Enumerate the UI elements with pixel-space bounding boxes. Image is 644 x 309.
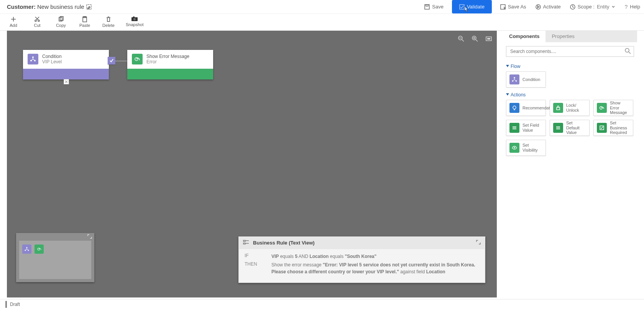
svg-line-20: [476, 40, 478, 41]
caret-icon: [506, 65, 509, 68]
activate-button[interactable]: Activate: [536, 4, 561, 10]
scissors-icon: [34, 16, 40, 22]
condition-false-port[interactable]: [64, 79, 69, 84]
copy-button[interactable]: Copy: [54, 16, 67, 28]
svg-point-40: [513, 106, 516, 109]
trash-icon: [105, 16, 112, 22]
error-node[interactable]: Show Error Message Error: [127, 50, 213, 79]
rule-icon: [243, 240, 249, 246]
delete-button[interactable]: Delete: [102, 16, 115, 28]
edit-title-icon[interactable]: [86, 4, 92, 10]
error-subtitle: Error: [146, 59, 189, 64]
svg-point-35: [625, 48, 629, 52]
validate-button[interactable]: Validate: [453, 1, 491, 13]
help-label: Help: [630, 4, 640, 10]
tile-condition[interactable]: Condition: [506, 71, 546, 88]
chevron-down-icon: [611, 5, 615, 9]
svg-rect-33: [243, 240, 245, 241]
add-button[interactable]: Add: [7, 16, 20, 28]
fit-screen-icon[interactable]: [485, 35, 492, 42]
svg-rect-1: [425, 5, 429, 9]
save-as-label: Save As: [508, 4, 526, 10]
tab-properties[interactable]: Properties: [545, 31, 580, 42]
text-view-panel: Business Rule (Text View) IF VIP equals …: [238, 236, 485, 283]
tile-set-visibility[interactable]: Set Visibility: [506, 140, 546, 156]
cut-button[interactable]: Cut: [31, 16, 44, 28]
tile-set-default-value[interactable]: Set Default Value: [550, 120, 590, 136]
tab-components[interactable]: Components: [503, 31, 545, 42]
zoom-out-icon[interactable]: [458, 35, 465, 42]
clipboard-icon: [82, 16, 88, 22]
error-icon: [597, 103, 607, 113]
then-expression: Show the error message "Error: VIP level…: [271, 261, 479, 275]
plus-icon: [10, 16, 16, 22]
header-bar: Customer: New business rule Save Validat…: [0, 0, 644, 14]
help-icon: ?: [624, 4, 628, 10]
svg-rect-15: [133, 17, 135, 18]
text-view-title: Business Rule (Text View): [253, 240, 315, 246]
condition-subtitle: VIP Level: [42, 59, 62, 64]
save-button[interactable]: Save: [424, 4, 444, 10]
status-bar: Draft: [0, 299, 644, 309]
page-title: Customer: New business rule: [7, 3, 92, 10]
search-input[interactable]: [506, 46, 634, 57]
snapshot-button[interactable]: Snapshot: [126, 16, 143, 27]
cursor-icon: [464, 6, 470, 13]
svg-rect-42: [557, 107, 560, 110]
paste-button[interactable]: Paste: [78, 16, 91, 28]
svg-line-36: [629, 52, 631, 54]
bulb-icon: [509, 103, 519, 113]
svg-point-51: [514, 147, 515, 149]
if-expression: VIP equals 5 AND Location equals "South …: [271, 253, 479, 260]
list-icon: [553, 123, 563, 133]
svg-rect-34: [243, 243, 245, 244]
minimap-error-icon: [34, 245, 44, 254]
group-actions-header[interactable]: Actions: [506, 92, 634, 97]
status-text: Draft: [10, 302, 20, 307]
list-icon: [509, 123, 519, 133]
tile-show-error[interactable]: Show Error Message: [593, 100, 633, 116]
condition-title: Condition: [42, 54, 62, 59]
group-flow-header[interactable]: Flow: [506, 64, 634, 69]
minimap[interactable]: [16, 233, 94, 282]
tile-set-business-required[interactable]: Set Business Required: [593, 120, 633, 136]
error-node-icon: [132, 54, 143, 64]
zoom-in-icon[interactable]: [472, 35, 478, 42]
scope-selector[interactable]: Scope : Entity: [570, 4, 616, 10]
save-label: Save: [432, 4, 444, 10]
svg-point-7: [35, 20, 36, 21]
svg-rect-2: [426, 5, 428, 6]
designer-canvas[interactable]: Condition VIP Level Show Error Message E…: [7, 31, 497, 297]
svg-point-37: [514, 77, 515, 79]
error-title: Show Error Message: [146, 54, 189, 59]
side-panel: Components Properties Flow Condition Act…: [503, 31, 637, 297]
svg-point-14: [133, 18, 136, 20]
then-key: THEN: [245, 261, 258, 275]
scope-label: Scope :: [578, 4, 595, 10]
tile-set-field-value[interactable]: Set Field Value: [506, 120, 546, 136]
help-button[interactable]: ? Help: [624, 4, 640, 10]
svg-point-8: [38, 20, 39, 21]
title-text[interactable]: New business rule: [37, 3, 84, 10]
svg-line-17: [462, 40, 464, 41]
lock-icon: [553, 103, 563, 113]
expand-textview-icon[interactable]: [476, 240, 481, 246]
expand-icon[interactable]: [87, 234, 92, 240]
title-prefix: Customer:: [7, 3, 36, 10]
svg-rect-24: [487, 38, 490, 40]
camera-icon: [131, 16, 138, 21]
ribbon: Add Cut Copy Paste Delete Snapshot: [0, 14, 644, 31]
condition-true-port[interactable]: [108, 57, 115, 64]
scope-value: Entity: [597, 4, 610, 10]
required-icon: [597, 123, 607, 133]
save-as-button[interactable]: Save As: [500, 4, 526, 10]
tile-lock-unlock[interactable]: Lock/ Unlock: [550, 100, 590, 116]
condition-icon: [509, 74, 519, 84]
tile-recommendation[interactable]: Recommendation: [506, 100, 546, 116]
condition-node[interactable]: Condition VIP Level: [23, 50, 109, 79]
connector: [115, 61, 128, 61]
search-icon[interactable]: [625, 48, 631, 55]
eye-icon: [509, 143, 519, 153]
copy-icon: [58, 16, 64, 22]
condition-node-icon: [28, 54, 38, 64]
